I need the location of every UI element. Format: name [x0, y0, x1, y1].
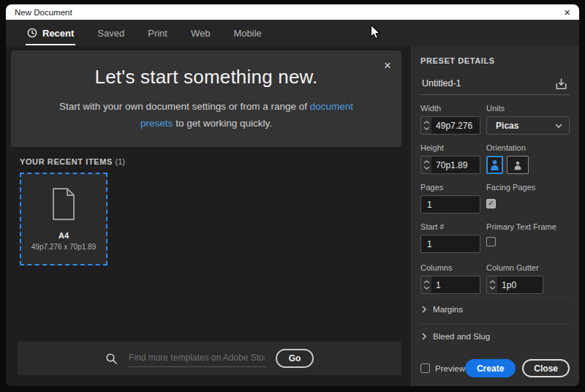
landscape-person-icon: [513, 160, 523, 170]
height-stepper: [420, 156, 480, 174]
recent-item-name: A4: [58, 231, 69, 240]
preview-label: Preview: [435, 364, 465, 373]
hero-title: Let's start something new.: [95, 66, 318, 88]
width-stepper: [420, 116, 480, 135]
create-button[interactable]: Create: [465, 359, 516, 377]
column-gutter-stepper: [486, 276, 543, 294]
check-icon: ✓: [488, 200, 494, 207]
go-button[interactable]: Go: [276, 349, 314, 368]
recent-item-a4[interactable]: A4 49p7.276 x 70p1.89: [20, 173, 107, 265]
hero-banner: × Let's start something new. Start with …: [11, 50, 401, 147]
start-primary-row: Start # Primary Text Frame: [420, 222, 570, 253]
pages-facing-row: Pages Facing Pages ✓: [420, 183, 570, 214]
facing-pages-label: Facing Pages: [486, 183, 570, 192]
primary-text-frame-label: Primary Text Frame: [486, 222, 570, 231]
width-units-row: Width Units Picas: [420, 104, 570, 135]
orientation-landscape-button[interactable]: [507, 156, 529, 174]
column-gutter-input[interactable]: [497, 276, 543, 293]
close-button[interactable]: Close: [522, 359, 570, 377]
orientation-label: Orientation: [486, 143, 570, 152]
height-input[interactable]: [431, 157, 480, 173]
dialog-footer: Preview Create Close: [420, 359, 570, 377]
columns-spin-buttons[interactable]: [421, 276, 431, 293]
hero-close-icon[interactable]: ×: [384, 59, 391, 72]
chevron-right-icon: [422, 333, 426, 340]
download-tray-icon: [554, 77, 568, 91]
window-close-icon[interactable]: ×: [564, 7, 570, 18]
chevron-up-icon: [423, 280, 430, 284]
document-name-input[interactable]: [420, 78, 552, 94]
tab-saved[interactable]: Saved: [96, 20, 126, 46]
tab-print[interactable]: Print: [146, 20, 169, 46]
start-number-input[interactable]: [420, 235, 480, 253]
chevron-down-icon: [555, 124, 562, 128]
stock-search-bar: Go: [18, 342, 401, 375]
document-icon: [50, 187, 78, 221]
preview-toggle[interactable]: Preview: [420, 363, 465, 373]
bleed-slug-section-toggle[interactable]: Bleed and Slug: [420, 324, 570, 348]
portrait-person-icon: [489, 159, 500, 171]
columns-gutter-row: Columns Column Gutter: [420, 263, 570, 294]
start-number-label: Start #: [420, 222, 480, 231]
tab-web[interactable]: Web: [189, 20, 212, 46]
tab-label: Saved: [97, 28, 124, 39]
margins-section-label: Margins: [433, 305, 463, 314]
column-gutter-spin-buttons[interactable]: [487, 276, 497, 293]
chevron-up-icon: [423, 160, 430, 164]
preview-checkbox[interactable]: [420, 363, 430, 373]
chevron-down-icon: [423, 286, 430, 290]
hero-subtitle: Start with your own document settings or…: [49, 99, 363, 132]
height-spin-buttons[interactable]: [421, 157, 431, 173]
preset-details-heading: PRESET DETAILS: [420, 56, 570, 65]
recent-items-title: YOUR RECENT ITEMS: [20, 157, 113, 166]
height-label: Height: [420, 143, 480, 152]
tab-label: Recent: [42, 28, 74, 39]
bleed-slug-section-label: Bleed and Slug: [433, 332, 490, 341]
tab-recent[interactable]: Recent: [26, 20, 75, 46]
chevron-down-icon: [423, 166, 430, 170]
tab-mobile[interactable]: Mobile: [232, 20, 263, 46]
pages-input[interactable]: [420, 195, 480, 214]
title-bar: New Document ×: [6, 4, 579, 20]
height-orientation-row: Height Orientation: [420, 143, 570, 174]
chevron-up-icon: [489, 280, 496, 284]
document-name-row: [420, 75, 570, 95]
window-title: New Document: [15, 8, 72, 17]
units-dropdown[interactable]: Picas: [486, 116, 570, 135]
tab-strip: Recent Saved Print Web Mobile: [6, 20, 579, 46]
chevron-right-icon: [422, 306, 426, 313]
hero-subtitle-text: Start with your own document settings or…: [59, 101, 310, 112]
recent-items-count: (1): [116, 157, 125, 166]
columns-stepper: [420, 276, 480, 294]
units-label: Units: [486, 104, 570, 113]
hero-subtitle-text: to get working quickly.: [173, 118, 272, 129]
tab-label: Mobile: [233, 28, 261, 39]
stock-search-input[interactable]: [127, 350, 266, 367]
primary-text-frame-checkbox[interactable]: [486, 237, 496, 246]
pages-label: Pages: [420, 183, 480, 192]
tab-label: Web: [191, 28, 211, 39]
chevron-down-icon: [489, 286, 496, 290]
chevron-up-icon: [423, 121, 430, 124]
new-document-dialog: New Document × Recent Saved Print Web Mo…: [6, 4, 579, 386]
columns-input[interactable]: [431, 276, 480, 293]
chevron-down-icon: [423, 127, 430, 130]
columns-label: Columns: [420, 263, 480, 272]
column-gutter-label: Column Gutter: [486, 263, 570, 272]
units-value: Picas: [496, 121, 555, 131]
width-input[interactable]: [431, 117, 480, 134]
recent-item-dimensions: 49p7.276 x 70p1.89: [31, 243, 96, 251]
tab-label: Print: [148, 28, 167, 39]
save-preset-icon[interactable]: [552, 75, 570, 92]
main-content: × Let's start something new. Start with …: [6, 46, 411, 386]
width-label: Width: [420, 104, 480, 113]
orientation-portrait-button[interactable]: [486, 156, 503, 174]
recent-items-heading: YOUR RECENT ITEMS (1): [20, 157, 411, 166]
facing-pages-checkbox[interactable]: ✓: [486, 199, 496, 208]
preset-details-panel: PRESET DETAILS Width: [411, 46, 579, 386]
width-spin-buttons[interactable]: [421, 117, 431, 134]
search-icon: [105, 353, 118, 365]
margins-section-toggle[interactable]: Margins: [420, 297, 570, 321]
clock-icon: [27, 28, 37, 38]
